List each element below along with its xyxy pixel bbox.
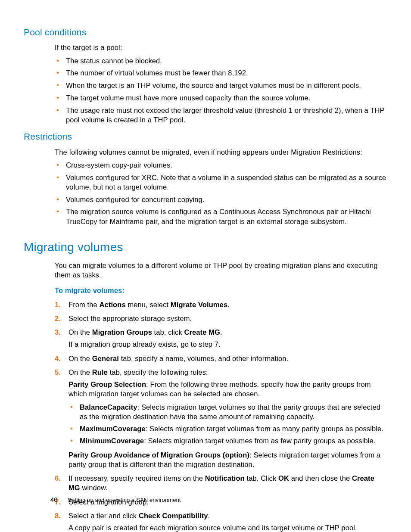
pool-list: The status cannot be blocked. The number…	[55, 56, 387, 125]
step-text: If necessary, specify required items on …	[68, 474, 205, 482]
heading-pool-conditions: Pool conditions	[24, 26, 387, 38]
rule-paragraph: Parity Group Selection: From the followi…	[68, 380, 387, 399]
list-item: MaximumCoverage: Selects migration targe…	[68, 424, 387, 433]
step-text: tab, specify a name, volumes, and other …	[119, 355, 288, 362]
list-item: Volumes configured for concurrent copyin…	[55, 195, 387, 204]
step-text: .	[208, 512, 210, 520]
step-item: Select a tier and click Check Compatibil…	[55, 511, 387, 532]
list-item: The migration source volume is configure…	[55, 207, 387, 226]
ui-ref: Rule	[92, 368, 108, 376]
option-text: : Selects migration target volumes from …	[144, 437, 375, 445]
option-name: MinimumCoverage	[80, 437, 144, 445]
step-text: From the	[68, 301, 100, 308]
step-item: On the Rule tab, specify the following r…	[55, 367, 387, 469]
list-item: The number of virtual volumes must be fe…	[55, 68, 387, 78]
page-number: 40	[50, 496, 57, 503]
list-item: The status cannot be blocked.	[55, 56, 387, 65]
step-item: On the Migration Groups tab, click Creat…	[55, 327, 387, 349]
list-item: The target volume must have more unused …	[55, 93, 387, 103]
step-text: On the	[68, 328, 92, 336]
footer-title: Setting up and operating a SAN environme…	[68, 497, 181, 503]
step-text: .	[227, 301, 230, 308]
ui-ref: Check Compatibility	[139, 512, 208, 520]
heading-migrating-volumes: Migrating volumes	[24, 239, 387, 255]
step-text: menu, select	[126, 301, 171, 308]
page-footer: 40 Setting up and operating a SAN enviro…	[50, 496, 181, 504]
step-text: On the	[68, 368, 92, 376]
step-text: Select a tier and click	[68, 512, 139, 520]
ui-ref: Migration Groups	[92, 328, 152, 336]
step-text: window.	[80, 484, 108, 492]
list-item: When the target is an THP volume, the so…	[55, 81, 387, 90]
list-item: The usage rate must not exceed the large…	[55, 106, 387, 125]
rule-name: Parity Group Selection	[68, 380, 146, 388]
restrictions-list: Cross-system copy-pair volumes. Volumes …	[55, 160, 387, 226]
step-text: and then close the	[289, 474, 352, 482]
list-item: MinimumCoverage: Selects migration targe…	[68, 436, 387, 445]
step-item: From the Actions menu, select Migrate Vo…	[55, 300, 387, 309]
list-item: Cross-system copy-pair volumes.	[55, 160, 387, 170]
rule-name: Parity Group Avoidance of Migration Grou…	[68, 451, 249, 459]
ui-ref: OK	[278, 474, 289, 482]
procedure-title: To migrate volumes:	[55, 286, 387, 295]
ui-ref: Notification	[205, 474, 245, 482]
pool-intro: If the target is a pool:	[55, 43, 387, 52]
rule-paragraph: Parity Group Avoidance of Migration Grou…	[68, 450, 387, 470]
step-text: tab, click	[152, 328, 184, 336]
list-item: Volumes configured for XRC. Note that a …	[55, 173, 387, 192]
step-text: On the	[68, 355, 92, 362]
option-text: : Selects migration target volumes from …	[146, 425, 383, 432]
restrictions-intro: The following volumes cannot be migrated…	[55, 147, 387, 157]
step-text: .	[220, 328, 222, 336]
ui-ref: Migrate Volumes	[171, 301, 227, 308]
step-note: If a migration group already exists, go …	[68, 339, 387, 349]
rule-options: BalanceCapacity: Selects migration targe…	[68, 402, 387, 446]
migrating-intro: You can migrate volumes to a different v…	[55, 261, 387, 280]
step-note: A copy pair is created for each migratio…	[68, 523, 387, 532]
step-text: tab, specify the following rules:	[108, 368, 208, 376]
option-name: MaximumCoverage	[80, 425, 146, 432]
step-item: Select the appropriate storage system.	[55, 314, 387, 323]
heading-restrictions: Restrictions	[24, 131, 387, 143]
list-item: BalanceCapacity: Selects migration targe…	[68, 402, 387, 422]
ui-ref: Actions	[100, 301, 126, 308]
step-text: tab. Click	[245, 474, 278, 482]
step-item: On the General tab, specify a name, volu…	[55, 354, 387, 363]
step-item: If necessary, specify required items on …	[55, 473, 387, 493]
ui-ref: Create MG	[184, 328, 220, 336]
option-name: BalanceCapacity	[80, 403, 137, 411]
ui-ref: General	[92, 355, 119, 362]
